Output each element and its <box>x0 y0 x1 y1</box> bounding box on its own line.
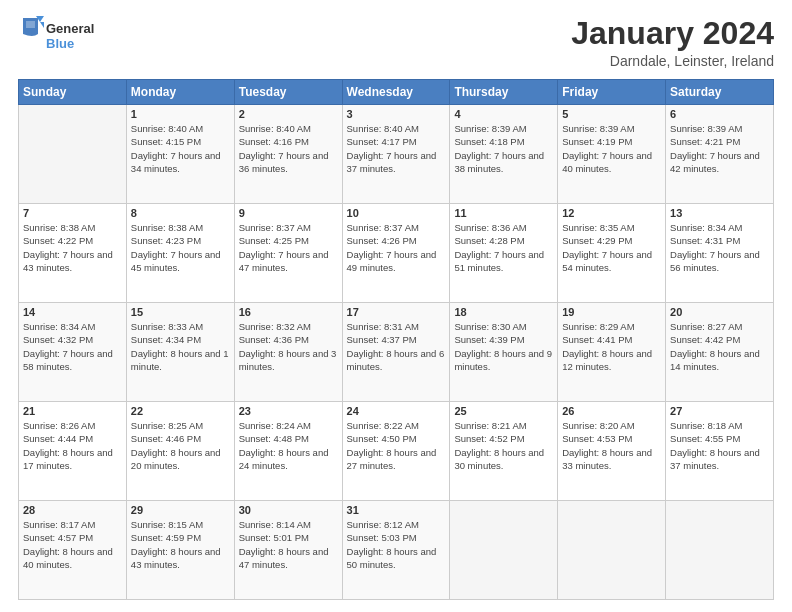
day-number: 16 <box>239 306 338 318</box>
calendar-cell: 30 Sunrise: 8:14 AMSunset: 5:01 PMDaylig… <box>234 501 342 600</box>
month-title: January 2024 <box>571 16 774 51</box>
calendar-cell <box>558 501 666 600</box>
day-info: Sunrise: 8:21 AMSunset: 4:52 PMDaylight:… <box>454 420 544 471</box>
calendar-cell: 18 Sunrise: 8:30 AMSunset: 4:39 PMDaylig… <box>450 303 558 402</box>
calendar-cell: 15 Sunrise: 8:33 AMSunset: 4:34 PMDaylig… <box>126 303 234 402</box>
header-tuesday: Tuesday <box>234 80 342 105</box>
day-info: Sunrise: 8:39 AMSunset: 4:21 PMDaylight:… <box>670 123 760 174</box>
header: General Blue January 2024 Darndale, Lein… <box>18 16 774 69</box>
page: General Blue January 2024 Darndale, Lein… <box>0 0 792 612</box>
day-number: 11 <box>454 207 553 219</box>
day-info: Sunrise: 8:30 AMSunset: 4:39 PMDaylight:… <box>454 321 552 372</box>
day-info: Sunrise: 8:34 AMSunset: 4:32 PMDaylight:… <box>23 321 113 372</box>
calendar-cell <box>19 105 127 204</box>
header-thursday: Thursday <box>450 80 558 105</box>
weekday-header-row: Sunday Monday Tuesday Wednesday Thursday… <box>19 80 774 105</box>
day-number: 20 <box>670 306 769 318</box>
day-number: 13 <box>670 207 769 219</box>
svg-text:Blue: Blue <box>46 36 74 51</box>
day-info: Sunrise: 8:33 AMSunset: 4:34 PMDaylight:… <box>131 321 229 372</box>
day-info: Sunrise: 8:39 AMSunset: 4:18 PMDaylight:… <box>454 123 544 174</box>
header-wednesday: Wednesday <box>342 80 450 105</box>
calendar-week-row: 28 Sunrise: 8:17 AMSunset: 4:57 PMDaylig… <box>19 501 774 600</box>
calendar-cell: 2 Sunrise: 8:40 AMSunset: 4:16 PMDayligh… <box>234 105 342 204</box>
calendar-cell: 24 Sunrise: 8:22 AMSunset: 4:50 PMDaylig… <box>342 402 450 501</box>
day-number: 18 <box>454 306 553 318</box>
logo-svg: General Blue <box>18 16 108 54</box>
header-saturday: Saturday <box>666 80 774 105</box>
location: Darndale, Leinster, Ireland <box>571 53 774 69</box>
calendar-cell: 21 Sunrise: 8:26 AMSunset: 4:44 PMDaylig… <box>19 402 127 501</box>
day-info: Sunrise: 8:34 AMSunset: 4:31 PMDaylight:… <box>670 222 760 273</box>
day-info: Sunrise: 8:27 AMSunset: 4:42 PMDaylight:… <box>670 321 760 372</box>
title-block: January 2024 Darndale, Leinster, Ireland <box>571 16 774 69</box>
day-number: 25 <box>454 405 553 417</box>
day-number: 8 <box>131 207 230 219</box>
day-info: Sunrise: 8:22 AMSunset: 4:50 PMDaylight:… <box>347 420 437 471</box>
header-monday: Monday <box>126 80 234 105</box>
day-info: Sunrise: 8:38 AMSunset: 4:23 PMDaylight:… <box>131 222 221 273</box>
day-info: Sunrise: 8:37 AMSunset: 4:26 PMDaylight:… <box>347 222 437 273</box>
calendar-cell: 26 Sunrise: 8:20 AMSunset: 4:53 PMDaylig… <box>558 402 666 501</box>
calendar-cell: 5 Sunrise: 8:39 AMSunset: 4:19 PMDayligh… <box>558 105 666 204</box>
calendar-cell: 22 Sunrise: 8:25 AMSunset: 4:46 PMDaylig… <box>126 402 234 501</box>
calendar-cell: 1 Sunrise: 8:40 AMSunset: 4:15 PMDayligh… <box>126 105 234 204</box>
day-info: Sunrise: 8:40 AMSunset: 4:16 PMDaylight:… <box>239 123 329 174</box>
day-info: Sunrise: 8:37 AMSunset: 4:25 PMDaylight:… <box>239 222 329 273</box>
day-info: Sunrise: 8:40 AMSunset: 4:15 PMDaylight:… <box>131 123 221 174</box>
calendar-cell: 13 Sunrise: 8:34 AMSunset: 4:31 PMDaylig… <box>666 204 774 303</box>
day-number: 28 <box>23 504 122 516</box>
day-info: Sunrise: 8:20 AMSunset: 4:53 PMDaylight:… <box>562 420 652 471</box>
calendar-cell: 11 Sunrise: 8:36 AMSunset: 4:28 PMDaylig… <box>450 204 558 303</box>
calendar-cell <box>450 501 558 600</box>
calendar-cell: 12 Sunrise: 8:35 AMSunset: 4:29 PMDaylig… <box>558 204 666 303</box>
calendar-cell: 25 Sunrise: 8:21 AMSunset: 4:52 PMDaylig… <box>450 402 558 501</box>
svg-text:General: General <box>46 21 94 36</box>
calendar-cell: 16 Sunrise: 8:32 AMSunset: 4:36 PMDaylig… <box>234 303 342 402</box>
calendar-cell: 9 Sunrise: 8:37 AMSunset: 4:25 PMDayligh… <box>234 204 342 303</box>
day-number: 22 <box>131 405 230 417</box>
calendar-cell: 28 Sunrise: 8:17 AMSunset: 4:57 PMDaylig… <box>19 501 127 600</box>
calendar-cell: 4 Sunrise: 8:39 AMSunset: 4:18 PMDayligh… <box>450 105 558 204</box>
calendar-week-row: 1 Sunrise: 8:40 AMSunset: 4:15 PMDayligh… <box>19 105 774 204</box>
day-info: Sunrise: 8:31 AMSunset: 4:37 PMDaylight:… <box>347 321 445 372</box>
calendar-cell: 10 Sunrise: 8:37 AMSunset: 4:26 PMDaylig… <box>342 204 450 303</box>
calendar-week-row: 7 Sunrise: 8:38 AMSunset: 4:22 PMDayligh… <box>19 204 774 303</box>
day-number: 15 <box>131 306 230 318</box>
calendar-table: Sunday Monday Tuesday Wednesday Thursday… <box>18 79 774 600</box>
day-number: 2 <box>239 108 338 120</box>
day-number: 10 <box>347 207 446 219</box>
day-number: 9 <box>239 207 338 219</box>
day-number: 21 <box>23 405 122 417</box>
day-number: 26 <box>562 405 661 417</box>
day-info: Sunrise: 8:14 AMSunset: 5:01 PMDaylight:… <box>239 519 329 570</box>
day-info: Sunrise: 8:38 AMSunset: 4:22 PMDaylight:… <box>23 222 113 273</box>
day-number: 24 <box>347 405 446 417</box>
calendar-week-row: 14 Sunrise: 8:34 AMSunset: 4:32 PMDaylig… <box>19 303 774 402</box>
day-info: Sunrise: 8:29 AMSunset: 4:41 PMDaylight:… <box>562 321 652 372</box>
calendar-cell: 7 Sunrise: 8:38 AMSunset: 4:22 PMDayligh… <box>19 204 127 303</box>
day-number: 1 <box>131 108 230 120</box>
calendar-cell: 20 Sunrise: 8:27 AMSunset: 4:42 PMDaylig… <box>666 303 774 402</box>
day-number: 12 <box>562 207 661 219</box>
svg-marker-4 <box>40 22 44 28</box>
calendar-cell: 17 Sunrise: 8:31 AMSunset: 4:37 PMDaylig… <box>342 303 450 402</box>
day-number: 17 <box>347 306 446 318</box>
day-info: Sunrise: 8:15 AMSunset: 4:59 PMDaylight:… <box>131 519 221 570</box>
day-info: Sunrise: 8:18 AMSunset: 4:55 PMDaylight:… <box>670 420 760 471</box>
logo: General Blue <box>18 16 108 54</box>
day-info: Sunrise: 8:36 AMSunset: 4:28 PMDaylight:… <box>454 222 544 273</box>
day-number: 14 <box>23 306 122 318</box>
calendar-cell: 23 Sunrise: 8:24 AMSunset: 4:48 PMDaylig… <box>234 402 342 501</box>
day-number: 4 <box>454 108 553 120</box>
day-info: Sunrise: 8:12 AMSunset: 5:03 PMDaylight:… <box>347 519 437 570</box>
calendar-cell: 6 Sunrise: 8:39 AMSunset: 4:21 PMDayligh… <box>666 105 774 204</box>
day-info: Sunrise: 8:17 AMSunset: 4:57 PMDaylight:… <box>23 519 113 570</box>
calendar-cell: 19 Sunrise: 8:29 AMSunset: 4:41 PMDaylig… <box>558 303 666 402</box>
calendar-week-row: 21 Sunrise: 8:26 AMSunset: 4:44 PMDaylig… <box>19 402 774 501</box>
day-number: 30 <box>239 504 338 516</box>
header-sunday: Sunday <box>19 80 127 105</box>
day-info: Sunrise: 8:25 AMSunset: 4:46 PMDaylight:… <box>131 420 221 471</box>
day-number: 31 <box>347 504 446 516</box>
day-number: 5 <box>562 108 661 120</box>
